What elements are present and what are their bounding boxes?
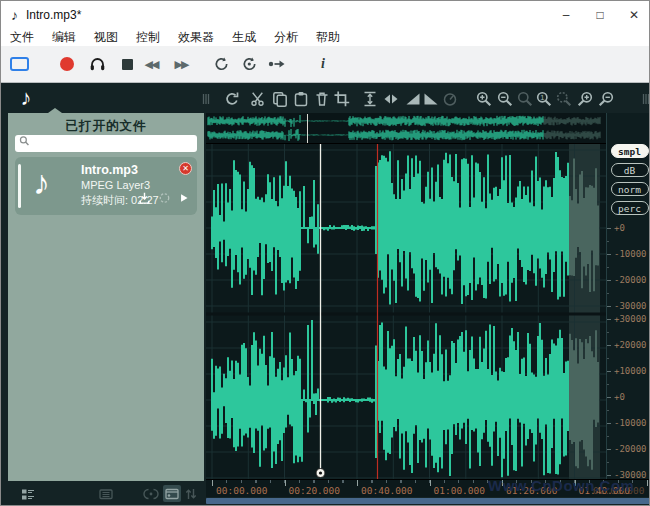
amplitude-tick xyxy=(607,345,611,346)
time-tick-label: 00:00.000 xyxy=(216,485,267,496)
loop-region-button[interactable] xyxy=(142,485,160,502)
close-file-button[interactable]: ✕ xyxy=(179,162,192,175)
minimize-button[interactable]: – xyxy=(549,1,583,29)
menu-item-generate[interactable]: 生成 xyxy=(223,29,265,46)
fade-out-button[interactable] xyxy=(422,90,440,107)
amplitude-tick-label: +10000 xyxy=(614,366,647,376)
thumbnail-view-icon xyxy=(98,486,114,502)
file-search[interactable] xyxy=(15,135,197,152)
amplitude-tick xyxy=(607,397,611,398)
amplitude-minor-tick xyxy=(607,410,609,411)
zoom-one-button[interactable]: 1 xyxy=(535,90,553,107)
menu-item-control[interactable]: 控制 xyxy=(127,29,169,46)
loop-button[interactable] xyxy=(211,46,231,82)
zoom-in-button[interactable] xyxy=(475,90,493,107)
amplitude-tick-label: -30000 xyxy=(614,301,647,311)
paste-button[interactable] xyxy=(292,90,310,107)
scale-mode-smpl[interactable]: smpl xyxy=(611,144,649,158)
copy-icon xyxy=(272,91,288,107)
search-icon xyxy=(19,134,32,154)
sort-files-button[interactable] xyxy=(182,485,200,502)
amplitude-tick xyxy=(607,371,611,372)
transport-toolbar: 44.1 kHz stereo -0000:00:54.460 ◀◀▶▶i xyxy=(1,46,650,83)
fade-in-button[interactable] xyxy=(404,90,422,107)
menu-item-help[interactable]: 帮助 xyxy=(307,29,349,46)
loop-playback-icon[interactable] xyxy=(157,190,172,210)
cut-button[interactable] xyxy=(249,90,267,107)
info-icon: i xyxy=(321,56,325,72)
svg-text:1: 1 xyxy=(540,93,544,102)
file-card-intro-mp3[interactable]: ♪ Intro.mp3 MPEG Layer3 持续时间: 02:27 ✕ xyxy=(15,157,197,215)
reverse-icon xyxy=(383,91,399,107)
amplitude-tick-label: -20000 xyxy=(614,275,647,285)
tab-intro-mp3[interactable]: ♪ xyxy=(7,83,45,113)
rewind-button[interactable]: ◀◀ xyxy=(141,46,161,82)
zoom-in-icon xyxy=(476,91,492,107)
scale-mode-perc[interactable]: perc xyxy=(611,201,649,215)
time-tick-label: 00:40.000 xyxy=(361,485,412,496)
amplitude-tick xyxy=(607,319,611,320)
download-icon[interactable] xyxy=(137,190,152,210)
forward-icon: ▶▶ xyxy=(175,58,188,71)
drag-handle-button[interactable] xyxy=(197,90,215,107)
horizontal-scrollbar[interactable] xyxy=(206,498,650,504)
vzoom-out-button[interactable] xyxy=(597,90,615,107)
amplitude-tick-label: +30000 xyxy=(614,314,647,324)
file-name: Intro.mp3 xyxy=(81,163,159,177)
amplitude-minor-tick xyxy=(607,267,609,268)
monitor-icon xyxy=(89,56,106,72)
selection-tool-icon xyxy=(9,56,30,72)
undo-button[interactable] xyxy=(223,90,241,107)
amplitude-tick xyxy=(607,475,611,476)
scale-mode-dB[interactable]: dB xyxy=(611,163,649,177)
zoom-out-button[interactable] xyxy=(496,90,514,107)
menu-item-effects[interactable]: 效果器 xyxy=(169,29,223,46)
menu-item-view[interactable]: 视图 xyxy=(85,29,127,46)
play-to-end-button[interactable] xyxy=(267,46,287,82)
zoom-selection-button[interactable] xyxy=(555,90,573,107)
vzoom-in-button[interactable] xyxy=(576,90,594,107)
waveform-canvas[interactable] xyxy=(206,113,606,479)
menu-item-analyze[interactable]: 分析 xyxy=(265,29,307,46)
rewind-icon: ◀◀ xyxy=(145,58,158,71)
scale-mode-buttons: smpldBnormperc xyxy=(607,144,650,220)
watermark: Www.CnDown.Com xyxy=(488,477,634,494)
menu-item-file[interactable]: 文件 xyxy=(1,29,43,46)
cut-icon xyxy=(250,91,266,107)
maximize-button[interactable]: □ xyxy=(583,1,617,29)
close-button[interactable]: ✕ xyxy=(617,1,650,29)
amplitude-minor-tick xyxy=(607,332,609,333)
amplitude-button[interactable] xyxy=(361,90,379,107)
copy-button[interactable] xyxy=(271,90,289,107)
panel-toggle-button[interactable] xyxy=(163,485,181,502)
normalize-button[interactable] xyxy=(441,90,459,107)
trash-button[interactable] xyxy=(313,90,331,107)
record-button[interactable] xyxy=(57,46,77,82)
normalize-icon xyxy=(442,91,458,107)
amplitude-tick-label: +0 xyxy=(614,223,625,233)
crop-button[interactable] xyxy=(333,90,351,107)
amplitude-tick-label: -10000 xyxy=(614,418,647,428)
amplitude-minor-tick xyxy=(607,358,609,359)
amplitude-tick xyxy=(607,228,611,229)
time-tick xyxy=(212,480,213,486)
drag-handle-button[interactable] xyxy=(637,90,650,107)
stop-button[interactable] xyxy=(117,46,137,82)
play-file-icon[interactable] xyxy=(177,190,190,210)
reverse-button[interactable] xyxy=(382,90,400,107)
search-input[interactable] xyxy=(32,137,197,150)
thumbnail-view-button[interactable] xyxy=(97,485,115,502)
list-view-button[interactable] xyxy=(19,485,37,502)
monitor-button[interactable] xyxy=(87,46,107,82)
window-controls: – □ ✕ xyxy=(549,1,650,29)
menu-item-edit[interactable]: 编辑 xyxy=(43,29,85,46)
amplitude-minor-tick xyxy=(607,384,609,385)
amplitude-tick xyxy=(607,423,611,424)
loop-once-button[interactable] xyxy=(239,46,259,82)
loop-once-icon xyxy=(241,56,258,72)
info-button[interactable]: i xyxy=(313,46,333,82)
zoom-button[interactable] xyxy=(516,90,534,107)
selection-tool-button[interactable] xyxy=(9,46,30,82)
forward-button[interactable]: ▶▶ xyxy=(171,46,191,82)
scale-mode-norm[interactable]: norm xyxy=(611,182,649,196)
